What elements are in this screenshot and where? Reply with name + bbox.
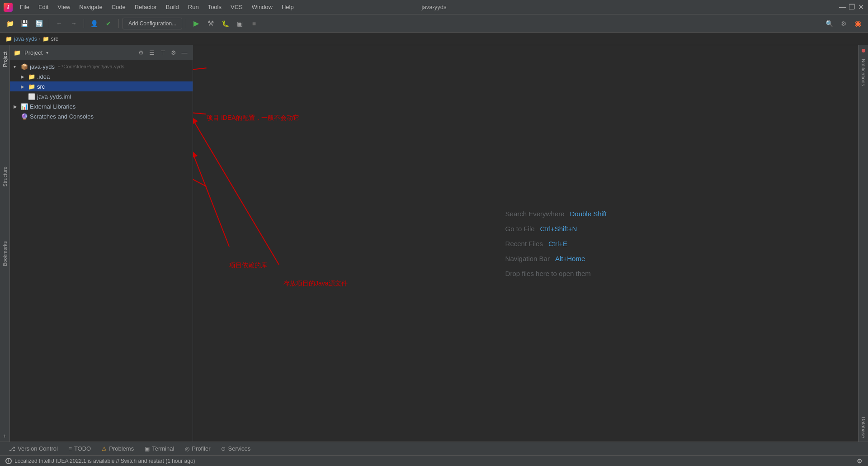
hint-label-search: Search Everywhere [505, 210, 565, 218]
tree-item-scratches[interactable]: ▶ 🔮 Scratches and Consoles [10, 111, 193, 121]
breadcrumb-src[interactable]: src [51, 36, 58, 42]
save-button[interactable]: 💾 [18, 17, 31, 30]
stop-button[interactable]: ■ [248, 17, 260, 30]
hide-panel-icon[interactable]: — [180, 48, 189, 57]
notification-dot [862, 49, 865, 52]
add-configuration-button[interactable]: Add Configuration... [123, 18, 182, 29]
coverage-button[interactable]: ▣ [233, 17, 246, 30]
close-button[interactable]: ✕ [857, 4, 864, 11]
breadcrumb-separator: › [39, 36, 41, 42]
breadcrumb-bar: 📁 java-yyds › 📁 src [0, 33, 868, 45]
expand-src-icon: ▶ [21, 84, 28, 89]
tab-problems-label: Problems [109, 445, 134, 452]
tab-problems[interactable]: ⚠ Problems [96, 442, 139, 456]
gear-settings-icon[interactable]: ⚙ [137, 48, 146, 57]
menu-run[interactable]: Run [184, 3, 203, 11]
scratches-icon: 🔮 [21, 113, 28, 120]
project-panel-title: Project [24, 49, 42, 56]
hint-label-nav: Navigation Bar [505, 255, 550, 262]
menu-navigate[interactable]: Navigate [75, 3, 106, 11]
idea-annotation: 项目 IDEA的配置，一般不会动它 [207, 114, 299, 122]
filter-icon[interactable]: ⊤ [158, 48, 167, 57]
search-everywhere-button[interactable]: 🔍 [823, 17, 835, 30]
library-annotation: 项目依赖的库 [229, 262, 267, 270]
sidebar-item-structure[interactable]: Structure [1, 162, 9, 191]
src-folder-icon: 📁 [28, 83, 35, 90]
menu-view[interactable]: View [54, 3, 74, 11]
update-icon: i [5, 458, 12, 464]
hint-label-drop: Drop files here to open them [505, 270, 591, 277]
status-message: Localized IntelliJ IDEA 2022.1 is availa… [14, 458, 195, 464]
build-button[interactable]: ⚒ [204, 17, 217, 30]
version-control-icon: ⎇ [9, 446, 15, 452]
breadcrumb-project[interactable]: java-yyds [14, 36, 37, 42]
sidebar-item-project[interactable]: Project [1, 47, 9, 71]
add-panel-icon[interactable]: + [1, 432, 9, 440]
settings-button[interactable]: ⚙ [837, 17, 850, 30]
menu-tools[interactable]: Tools [204, 3, 225, 11]
expand-icon: ▾ [14, 64, 21, 69]
sidebar-item-bookmarks[interactable]: Bookmarks [1, 237, 9, 271]
tree-item-external-libs[interactable]: ▶ 📊 External Libraries [10, 101, 193, 111]
run-button[interactable]: ▶ [190, 17, 203, 30]
database-tab[interactable]: Database [859, 413, 868, 442]
tree-item-root[interactable]: ▾ 📦 java-yyds E:\Code\IdeaProject\java-y… [10, 62, 193, 71]
folder-icon: 📁 [14, 49, 21, 56]
hint-goto-file: Go to File Ctrl+Shift+N [505, 225, 607, 233]
main-layout: Project Structure Bookmarks + 📁 Project … [0, 45, 868, 442]
svg-line-0 [193, 68, 207, 86]
forward-button[interactable]: → [67, 17, 80, 30]
profile-button[interactable]: 👤 [88, 17, 100, 30]
file-tree: ▾ 📦 java-yyds E:\Code\IdeaProject\java-y… [10, 60, 193, 442]
toolbar-right: 🔍 ⚙ ◉ [823, 17, 864, 30]
editor-area: 项目 IDEA的配置，一般不会动它 [193, 45, 858, 442]
hint-nav-bar: Navigation Bar Alt+Home [505, 255, 607, 262]
tab-todo[interactable]: ≡ TODO [63, 442, 96, 456]
hint-search-everywhere: Search Everywhere Double Shift [505, 210, 607, 218]
todo-icon: ≡ [69, 446, 72, 452]
menu-edit[interactable]: Edit [35, 3, 52, 11]
menu-file[interactable]: File [16, 3, 33, 11]
menu-window[interactable]: Window [248, 3, 276, 11]
window-controls: — ❐ ✕ [839, 4, 864, 11]
breadcrumb-src-icon: 📁 [42, 36, 49, 42]
hint-label-recent: Recent Files [505, 240, 543, 247]
project-folder-icon: 📁 [5, 36, 12, 42]
project-dropdown-arrow[interactable]: ▾ [46, 50, 48, 55]
iml-file-icon: ⬜ [28, 93, 35, 100]
status-settings-icon[interactable]: ⚙ [857, 457, 863, 465]
notifications-tab[interactable]: Notifications [859, 55, 868, 90]
settings2-icon[interactable]: ⚙ [169, 48, 178, 57]
hint-label-goto: Go to File [505, 225, 535, 233]
menu-refactor[interactable]: Refactor [131, 3, 160, 11]
minimize-button[interactable]: — [839, 4, 846, 11]
tab-profiler[interactable]: ◎ Profiler [179, 442, 216, 456]
layout-icon[interactable]: ☰ [147, 48, 156, 57]
tree-item-idea[interactable]: ▶ 📁 .idea [10, 71, 193, 81]
open-folder-button[interactable]: 📁 [4, 17, 16, 30]
menu-build[interactable]: Build [162, 3, 183, 11]
tab-todo-label: TODO [74, 445, 91, 452]
tree-item-iml[interactable]: ⬜ java-yyds.iml [10, 91, 193, 101]
project-path: E:\Code\IdeaProject\java-yyds [57, 64, 124, 69]
hint-drop-files: Drop files here to open them [505, 270, 607, 277]
project-panel: 📁 Project ▾ ⚙ ☰ ⊤ ⚙ — ▾ 📦 java-yyds E:\C… [10, 45, 193, 442]
tab-version-control[interactable]: ⎇ Version Control [4, 442, 63, 456]
maximize-button[interactable]: ❐ [848, 4, 855, 11]
git-button[interactable]: ✔ [102, 17, 115, 30]
tab-services[interactable]: ⊙ Services [216, 442, 256, 456]
hint-recent-files: Recent Files Ctrl+E [505, 240, 607, 247]
back-button[interactable]: ← [53, 17, 66, 30]
terminal-icon: ▣ [145, 446, 150, 452]
menu-help[interactable]: Help [278, 3, 297, 11]
tree-item-src[interactable]: ▶ 📁 src [10, 81, 193, 91]
tab-services-label: Services [228, 445, 250, 452]
debug-button[interactable]: 🐛 [219, 17, 231, 30]
menu-code[interactable]: Code [108, 3, 129, 11]
bottom-panel-tabs: ⎇ Version Control ≡ TODO ⚠ Problems ▣ Te… [0, 442, 868, 455]
menu-vcs[interactable]: VCS [227, 3, 246, 11]
tab-terminal[interactable]: ▣ Terminal [139, 442, 179, 456]
toolbar: 📁 💾 🔄 ← → 👤 ✔ Add Configuration... ▶ ⚒ 🐛… [0, 14, 868, 33]
user-button[interactable]: ◉ [852, 17, 864, 30]
sync-button[interactable]: 🔄 [33, 17, 45, 30]
